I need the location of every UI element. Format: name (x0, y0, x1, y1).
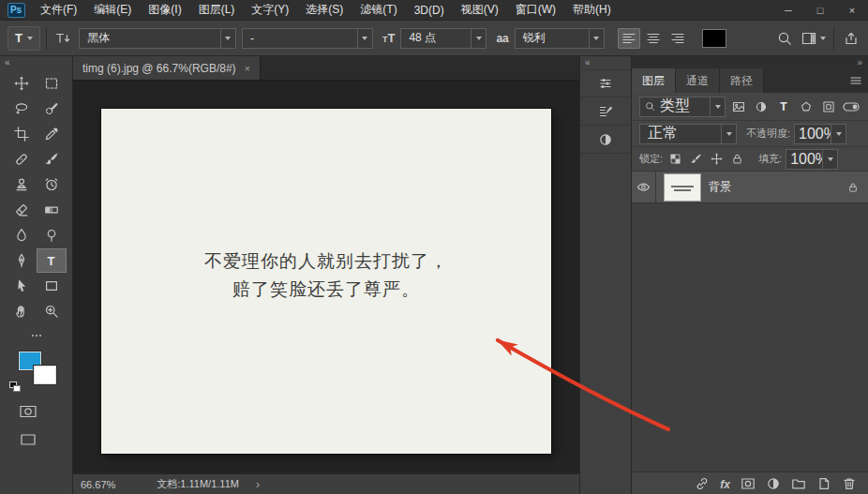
zoom-tool[interactable] (37, 299, 67, 323)
document-image[interactable]: 不爱理你的人就别去打扰了， 赔了笑脸还丢了尊严。 (101, 109, 551, 454)
canvas-area[interactable]: 不爱理你的人就别去打扰了， 赔了笑脸还丢了尊严。 (73, 81, 579, 473)
lock-all-icon[interactable] (728, 151, 745, 168)
lock-pixels-icon[interactable] (687, 151, 704, 168)
text-orientation-icon[interactable] (52, 29, 73, 48)
menu-select[interactable]: 选择(S) (297, 0, 352, 20)
menu-filter[interactable]: 滤镜(T) (352, 0, 405, 20)
chevron-down-icon (710, 97, 725, 116)
filter-shape-icon[interactable] (797, 97, 816, 116)
align-center-button[interactable] (642, 28, 665, 49)
link-layers-icon[interactable] (695, 476, 710, 491)
layer-thumbnail[interactable] (664, 173, 701, 202)
menu-window[interactable]: 窗口(W) (507, 0, 564, 20)
menu-layer[interactable]: 图层(L) (190, 0, 244, 20)
path-selection-tool[interactable] (7, 274, 37, 298)
history-panel-icon[interactable] (580, 97, 631, 126)
quick-selection-icon (44, 101, 59, 116)
document-tab[interactable]: timg (6).jpg @ 66.7%(RGB/8#) × (73, 56, 261, 80)
eyedropper-tool[interactable] (37, 122, 67, 146)
quick-selection-tool[interactable] (37, 97, 67, 121)
clone-stamp-tool[interactable] (7, 172, 37, 197)
crop-tool[interactable] (7, 122, 37, 146)
brush-tool[interactable] (37, 147, 67, 172)
blend-mode-select[interactable]: 正常 (639, 124, 737, 144)
eraser-tool[interactable] (7, 198, 37, 222)
font-size-select[interactable]: 48 点 (400, 28, 486, 49)
visibility-eye-icon[interactable] (632, 172, 656, 202)
align-right-button[interactable] (666, 28, 689, 49)
toolbar-collapse-icon[interactable]: « (0, 56, 72, 69)
expand-panels-icon[interactable]: « (580, 56, 631, 69)
history-brush-tool[interactable] (37, 172, 67, 197)
opacity-select[interactable]: 100% (794, 124, 846, 144)
filter-toggle-icon[interactable] (842, 97, 861, 116)
font-style-select[interactable]: - (242, 28, 373, 49)
new-group-icon[interactable] (791, 476, 806, 491)
lasso-tool[interactable] (7, 97, 37, 121)
collapse-panels-icon[interactable]: » (857, 57, 862, 67)
adjustments-panel-icon[interactable] (580, 126, 631, 154)
menu-view[interactable]: 视图(V) (453, 0, 507, 20)
menu-image[interactable]: 图像(I) (140, 0, 189, 20)
properties-panel-icon[interactable] (580, 69, 631, 97)
toolbar-more-icon[interactable] (0, 327, 72, 344)
lock-transparency-icon[interactable] (666, 151, 683, 168)
blur-tool[interactable] (7, 223, 37, 247)
type-tool[interactable]: T (37, 248, 67, 273)
lock-row: 锁定: 填充: 100% (632, 147, 868, 172)
align-left-button[interactable] (618, 28, 640, 49)
background-color-swatch[interactable] (34, 366, 56, 384)
adjustment-layer-icon[interactable] (766, 476, 781, 491)
rectangle-tool[interactable] (37, 274, 67, 298)
minimize-button[interactable]: ─ (772, 0, 804, 20)
spot-healing-brush-tool[interactable] (7, 147, 37, 172)
screen-mode-icon[interactable] (7, 428, 49, 451)
opacity-value: 100% (795, 126, 831, 142)
search-icon[interactable] (775, 29, 794, 48)
menu-type[interactable]: 文字(Y) (243, 0, 297, 20)
hand-tool[interactable] (7, 299, 37, 323)
move-tool[interactable] (7, 71, 37, 96)
text-color-swatch[interactable] (702, 29, 726, 48)
tab-paths[interactable]: 路径 (720, 68, 764, 93)
lock-position-icon[interactable] (708, 151, 725, 168)
rectangular-marquee-tool[interactable] (37, 71, 67, 96)
chevron-down-icon (721, 125, 736, 143)
filter-pixel-icon[interactable] (729, 97, 748, 116)
tab-layers[interactable]: 图层 (632, 68, 676, 93)
zoom-level[interactable]: 66.67% (81, 479, 115, 490)
gradient-tool[interactable] (37, 198, 67, 222)
maximize-button[interactable]: □ (804, 0, 836, 20)
font-size-value: 48 点 (401, 30, 471, 46)
filter-type-icon[interactable]: T (774, 97, 793, 116)
quick-mask-icon[interactable] (7, 400, 49, 423)
default-colors-icon[interactable] (9, 382, 22, 392)
anti-alias-select[interactable]: 锐利 (515, 28, 605, 49)
tab-channels[interactable]: 通道 (676, 68, 720, 93)
status-menu-icon[interactable]: › (256, 478, 260, 491)
font-family-select[interactable]: 黑体 (79, 28, 236, 49)
share-icon[interactable] (842, 29, 861, 48)
pen-tool[interactable] (7, 248, 37, 273)
workspace-switcher[interactable] (801, 31, 826, 46)
layer-row-background[interactable]: 背景 (632, 172, 868, 203)
filter-smart-object-icon[interactable] (819, 97, 838, 116)
menu-file[interactable]: 文件(F) (32, 0, 85, 20)
layer-mask-icon[interactable] (741, 476, 756, 491)
menu-help[interactable]: 帮助(H) (564, 0, 620, 20)
fill-select[interactable]: 100% (786, 149, 838, 170)
delete-layer-icon[interactable] (842, 476, 857, 491)
close-button[interactable]: × (836, 0, 868, 20)
new-layer-icon[interactable] (816, 476, 831, 491)
menu-3d[interactable]: 3D(D) (406, 0, 453, 20)
layer-style-fx-icon[interactable]: fx (720, 475, 730, 492)
filter-adjustment-icon[interactable] (752, 97, 771, 116)
layer-filter-select[interactable]: 类型 (639, 97, 726, 117)
dodge-tool[interactable] (37, 223, 67, 247)
tab-close-icon[interactable]: × (245, 63, 250, 74)
menu-edit[interactable]: 编辑(E) (85, 0, 140, 20)
chevron-down-icon (220, 29, 235, 48)
panel-menu-icon[interactable] (849, 68, 868, 93)
layer-lock-icon[interactable] (847, 182, 859, 193)
tool-preset-picker[interactable]: T (7, 26, 40, 51)
